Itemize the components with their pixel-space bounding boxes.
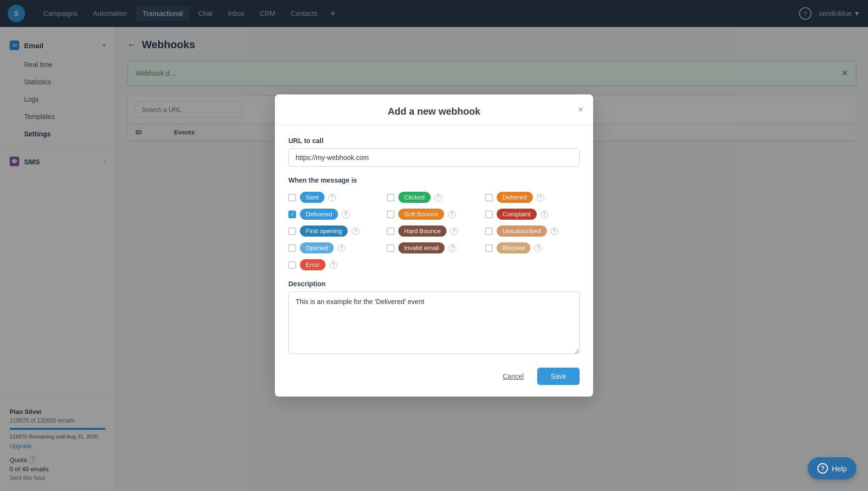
url-input[interactable] — [288, 148, 580, 167]
event-item-soft-bounce: Soft Bounce? — [387, 209, 481, 220]
event-tag-deferred[interactable]: Deferred — [497, 192, 533, 203]
event-item-opened: Opened? — [288, 242, 383, 253]
event-help-complaint[interactable]: ? — [541, 211, 548, 218]
event-tag-delivered[interactable]: Delivered — [300, 209, 338, 220]
event-item-blocked: Blocked? — [485, 242, 580, 253]
event-tag-error[interactable]: Error — [300, 259, 326, 270]
event-item-deferred: Deferred? — [485, 192, 580, 203]
events-grid: Sent?Clicked?Deferred?Delivered?Soft Bou… — [288, 192, 580, 270]
event-help-first-opening[interactable]: ? — [352, 227, 359, 235]
event-checkbox-soft-bounce[interactable] — [387, 211, 394, 218]
event-checkbox-opened[interactable] — [288, 244, 296, 252]
event-tag-blocked[interactable]: Blocked — [497, 242, 530, 253]
when-label: When the message is — [288, 176, 580, 184]
event-checkbox-blocked[interactable] — [485, 244, 493, 252]
event-help-hard-bounce[interactable]: ? — [450, 227, 458, 235]
event-checkbox-clicked[interactable] — [387, 194, 394, 201]
event-item-unsubscribed: Unsubscribed? — [485, 226, 580, 237]
event-checkbox-error[interactable] — [288, 261, 296, 269]
event-help-clicked[interactable]: ? — [434, 194, 442, 201]
event-help-opened[interactable]: ? — [338, 244, 345, 252]
modal-header: Add a new webhook × — [275, 94, 593, 125]
event-checkbox-sent[interactable] — [288, 194, 296, 201]
event-help-error[interactable]: ? — [329, 261, 337, 269]
url-label: URL to call — [288, 137, 580, 145]
help-fab-icon: ? — [817, 463, 828, 474]
cancel-button[interactable]: Cancel — [495, 369, 531, 384]
event-help-invalid-email[interactable]: ? — [448, 244, 456, 252]
modal-body: URL to call When the message is Sent?Cli… — [275, 125, 593, 397]
help-fab[interactable]: ? Help — [808, 457, 856, 479]
event-tag-invalid-email[interactable]: Invalid email — [398, 242, 445, 253]
event-help-delivered[interactable]: ? — [342, 211, 350, 218]
event-tag-soft-bounce[interactable]: Soft Bounce — [398, 209, 444, 220]
event-tag-hard-bounce[interactable]: Hard Bounce — [398, 226, 447, 237]
event-checkbox-unsubscribed[interactable] — [485, 227, 493, 235]
event-checkbox-delivered[interactable] — [288, 211, 296, 218]
event-tag-unsubscribed[interactable]: Unsubscribed — [497, 226, 547, 237]
help-fab-label: Help — [832, 464, 847, 473]
event-item-error: Error? — [288, 259, 383, 270]
event-checkbox-first-opening[interactable] — [288, 227, 296, 235]
event-tag-first-opening[interactable]: First opening — [300, 226, 348, 237]
event-checkbox-deferred[interactable] — [485, 194, 493, 201]
event-item-complaint: Complaint? — [485, 209, 580, 220]
event-item-hard-bounce: Hard Bounce? — [387, 226, 481, 237]
event-item-sent: Sent? — [288, 192, 383, 203]
modal: Add a new webhook × URL to call When the… — [275, 94, 593, 397]
event-checkbox-invalid-email[interactable] — [387, 244, 394, 252]
event-item-clicked: Clicked? — [387, 192, 481, 203]
event-tag-sent[interactable]: Sent — [300, 192, 325, 203]
modal-overlay: Add a new webhook × URL to call When the… — [0, 0, 868, 491]
event-tag-complaint[interactable]: Complaint — [497, 209, 537, 220]
event-item-first-opening: First opening? — [288, 226, 383, 237]
event-help-soft-bounce[interactable]: ? — [448, 211, 456, 218]
event-tag-clicked[interactable]: Clicked — [398, 192, 431, 203]
modal-close-button[interactable]: × — [578, 104, 583, 115]
desc-label: Description — [288, 280, 580, 288]
modal-title: Add a new webhook — [288, 106, 580, 117]
event-item-invalid-email: Invalid email? — [387, 242, 481, 253]
event-help-sent[interactable]: ? — [328, 194, 336, 201]
event-item-delivered: Delivered? — [288, 209, 383, 220]
event-help-blocked[interactable]: ? — [534, 244, 542, 252]
event-help-unsubscribed[interactable]: ? — [551, 227, 558, 235]
event-help-deferred[interactable]: ? — [537, 194, 544, 201]
desc-textarea[interactable] — [288, 292, 580, 354]
modal-footer: Cancel Save — [288, 368, 580, 385]
event-checkbox-complaint[interactable] — [485, 211, 493, 218]
event-tag-opened[interactable]: Opened — [300, 242, 334, 253]
event-checkbox-hard-bounce[interactable] — [387, 227, 394, 235]
save-button[interactable]: Save — [537, 368, 580, 385]
